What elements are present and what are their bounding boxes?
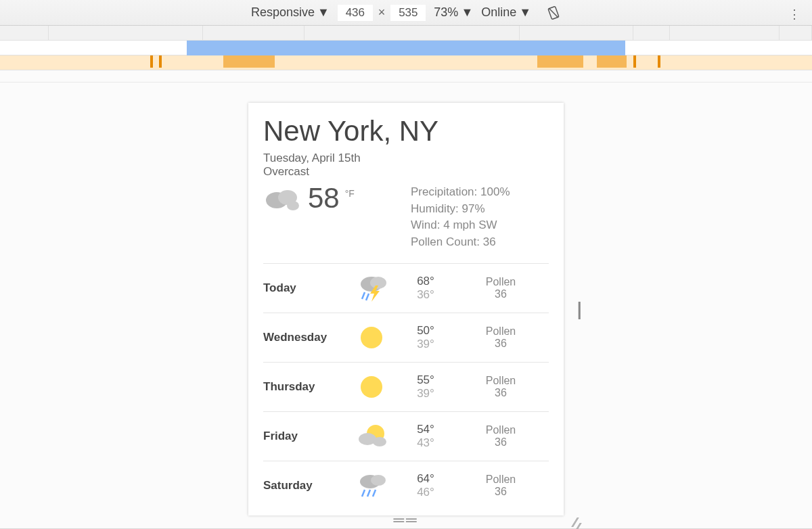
- forecast-day: Wednesday: [263, 331, 344, 344]
- chevron-down-icon: ▼: [317, 5, 330, 20]
- weather-date: Tuesday, April 15th: [263, 152, 549, 165]
- forecast-pollen: Pollen36: [453, 375, 549, 399]
- throttling-dropdown[interactable]: Online ▼: [481, 5, 531, 20]
- partly-icon: [344, 421, 399, 451]
- forecast-high: 64°: [399, 472, 453, 486]
- forecast-pollen: Pollen36: [453, 276, 549, 300]
- viewport-width-input[interactable]: [338, 5, 373, 21]
- weather-condition: Overcast: [263, 165, 549, 179]
- weather-hero: 58 °F Precipitation: 100% Humidity: 97% …: [263, 184, 549, 251]
- forecast-high: 68°: [399, 275, 453, 288]
- forecast-temps: 64°46°: [399, 472, 453, 499]
- devtools-toolbar: Responsive ▼ × 73% ▼ Online ▼ ⋮: [0, 0, 812, 26]
- forecast-low: 46°: [399, 486, 453, 499]
- forecast-high: 50°: [399, 324, 453, 338]
- forecast-low: 39°: [399, 338, 453, 351]
- forecast-high: 54°: [399, 423, 453, 436]
- forecast-low: 36°: [399, 288, 453, 302]
- forecast-temps: 55°39°: [399, 373, 453, 400]
- forecast-low: 39°: [399, 387, 453, 400]
- devtools-ruler: [0, 26, 812, 41]
- forecast-high: 55°: [399, 373, 453, 387]
- zoom-dropdown[interactable]: 73% ▼: [434, 5, 473, 20]
- rotate-icon[interactable]: [546, 5, 561, 20]
- forecast-day: Today: [263, 281, 344, 295]
- forecast-pollen: Pollen36: [453, 325, 549, 350]
- forecast-pollen: Pollen36: [453, 424, 549, 448]
- forecast-low: 43°: [399, 436, 453, 450]
- chevron-down-icon: ▼: [519, 5, 531, 20]
- devtools-timeline[interactable]: [0, 41, 812, 55]
- resize-handle-bottom-icon[interactable]: ══: [393, 511, 418, 529]
- forecast-row: Wednesday50°39°Pollen36: [263, 313, 549, 362]
- forecast-day: Saturday: [263, 479, 344, 492]
- responsive-viewport: New York, NY Tuesday, April 15th Overcas…: [248, 103, 564, 515]
- forecast-temps: 50°39°: [399, 324, 453, 351]
- sunny-icon: [344, 372, 399, 402]
- weather-card: New York, NY Tuesday, April 15th Overcas…: [248, 103, 564, 510]
- forecast-list: Today68°36°Pollen36Wednesday50°39°Pollen…: [263, 263, 549, 510]
- forecast-row: Thursday55°39°Pollen36: [263, 362, 549, 411]
- sunny-icon: [344, 323, 399, 352]
- svg-point-4: [287, 201, 299, 210]
- weather-meta: Precipitation: 100% Humidity: 97% Wind: …: [411, 184, 510, 251]
- forecast-day: Thursday: [263, 380, 344, 394]
- forecast-row: Today68°36°Pollen36: [263, 263, 549, 313]
- overcast-icon: [263, 184, 302, 216]
- spacer: [0, 70, 812, 83]
- weather-unit: °F: [345, 188, 355, 199]
- device-preview-area: New York, NY Tuesday, April 15th Overcas…: [0, 83, 812, 529]
- rain-icon: [344, 471, 399, 501]
- forecast-temps: 68°36°: [399, 275, 453, 302]
- resize-handle-corner-icon[interactable]: ⁄⁄⁄⁄: [574, 520, 579, 529]
- forecast-day: Friday: [263, 430, 344, 443]
- dimension-x: ×: [376, 5, 388, 20]
- throttling-label: Online: [481, 5, 516, 20]
- chevron-down-icon: ▼: [461, 5, 473, 20]
- thunder-icon: [344, 273, 399, 303]
- viewport-dimensions: ×: [338, 5, 426, 21]
- forecast-row: Saturday64°46°Pollen36: [263, 461, 549, 510]
- device-mode-label: Responsive: [251, 5, 315, 20]
- device-mode-dropdown[interactable]: Responsive ▼: [251, 5, 330, 20]
- forecast-pollen: Pollen36: [453, 474, 549, 498]
- weather-location: New York, NY: [263, 115, 549, 147]
- more-options-icon[interactable]: ⋮: [788, 7, 800, 22]
- forecast-temps: 54°43°: [399, 423, 453, 450]
- weather-temp: 58: [308, 184, 340, 212]
- viewport-height-input[interactable]: [390, 5, 426, 21]
- forecast-row: Friday54°43°Pollen36: [263, 411, 549, 461]
- devtools-screenshot-strip[interactable]: [0, 55, 812, 70]
- zoom-label: 73%: [434, 5, 458, 20]
